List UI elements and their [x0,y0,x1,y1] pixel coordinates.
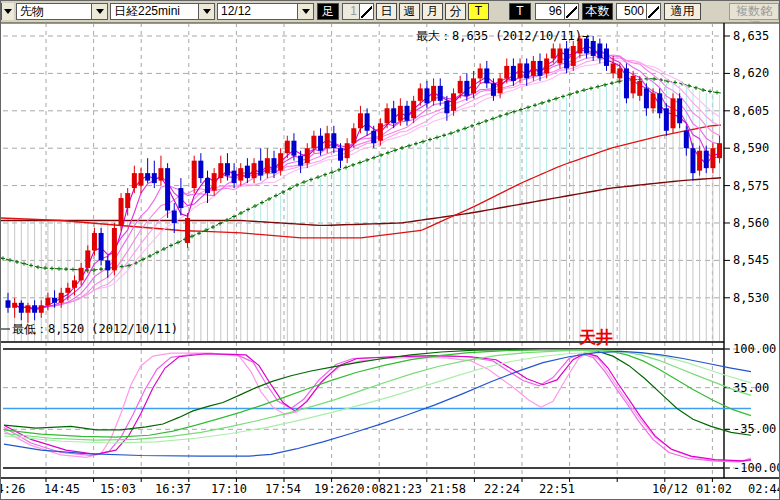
candle-up [218,163,223,178]
candle-down [145,173,150,180]
candle-up [398,106,403,121]
time-axis-label: 01:02 [696,482,732,496]
candle-up [471,78,476,93]
chart-background [1,23,780,500]
candle-up [637,81,642,96]
candle-down [99,233,104,260]
candle-up [710,148,715,168]
stepper-icon[interactable] [646,4,660,19]
symbol-dropdown[interactable] [198,4,214,19]
edge-combo-arrow[interactable] [1,3,14,20]
candle-down [664,108,669,130]
tick-count-stepper[interactable]: 96 [535,3,579,20]
contract-month-value: 12/12 [218,4,297,19]
candle-up [79,268,84,280]
candle-down [165,168,170,210]
time-axis-label: 22:24 [484,482,520,496]
chevron-down-icon [96,9,104,14]
candle-down [365,113,370,130]
osc-axis-label: 100.00 [733,342,776,356]
price-axis-label: 8,590 [733,141,769,155]
bar-count-value: 500 [617,4,646,19]
chevron-down-icon [203,9,211,14]
max-annotation: 最大：8,635 (2012/10/11)→ [416,29,589,43]
bar-type-button[interactable]: 足 [317,3,339,20]
stepper-icon[interactable] [359,4,373,19]
toolbar: 先物 日経225mini 12/12 足 1 日 週 月 分 T T 96 本数… [1,1,780,23]
period-day-button[interactable]: 日 [376,3,397,20]
candle-up [557,48,562,63]
osc-axis-label: 35.00 [733,381,769,395]
candle-up [139,173,144,185]
candle-down [198,161,203,178]
contract-month-combo[interactable]: 12/12 [217,3,314,20]
candle-up [85,250,90,267]
time-axis-label: 16:37 [155,482,191,496]
candle-down [684,131,689,148]
candle-up [358,113,363,128]
candle-up [611,63,616,73]
candle-up [451,93,456,110]
candle-up [631,76,636,93]
symbol-combo[interactable]: 日経225mini [110,3,215,20]
interval-value: 1 [343,4,359,19]
candle-up [65,288,70,293]
candle-up [378,123,383,140]
candle-down [318,136,323,151]
bar-count-mode-button[interactable]: 本数 [582,3,613,20]
candle-up [478,68,483,78]
chart-canvas[interactable]: 8,6358,6208,6058,5908,5758,5608,5458,530… [1,23,780,500]
stepper-icon[interactable] [564,4,578,19]
multi-symbol-button[interactable]: 複数銘柄 [729,3,779,20]
period-month-button[interactable]: 月 [422,3,443,20]
min-annotation: 最低：8,520 (2012/10/11) [12,322,178,336]
chevron-down-icon [4,9,12,14]
candle-down [232,171,237,183]
contract-month-dropdown[interactable] [297,4,313,19]
price-axis-label: 8,575 [733,179,769,193]
candle-down [32,305,37,312]
candle-up [305,148,310,163]
candle-down [657,93,662,113]
candle-down [690,148,695,173]
candle-down [371,131,376,143]
candle-up [192,161,197,188]
candle-up [39,305,44,312]
candle-up [25,305,30,312]
candle-up [531,61,536,76]
time-axis-label: 20:08 [350,482,386,496]
candle-up [125,193,130,208]
apply-button[interactable]: 適用 [664,3,701,20]
candle-down [52,298,57,303]
candle-down [438,86,443,101]
candle-up [185,218,190,243]
instrument-type-value: 先物 [17,4,91,19]
instrument-type-dropdown[interactable] [91,4,107,19]
time-axis-label: 14:45 [44,482,80,496]
candle-up [278,153,283,170]
candle-down [564,48,569,68]
candle-down [597,43,602,58]
bar-count-stepper[interactable]: 500 [616,3,661,20]
period-minute-button[interactable]: 分 [445,3,466,20]
candle-down [424,88,429,103]
instrument-type-combo[interactable]: 先物 [16,3,108,20]
candle-up [385,108,390,123]
candle-down [444,101,449,113]
candle-up [265,158,270,173]
price-axis-label: 8,605 [733,104,769,118]
candle-down [604,48,609,65]
time-axis-label: 17:54 [265,482,301,496]
candle-down [591,41,596,56]
time-axis-label: 21:58 [430,482,466,496]
candle-down [677,98,682,123]
candle-up [411,101,416,118]
time-axis-label: 17:10 [211,482,247,496]
tick-mode-button[interactable]: T [509,3,531,20]
period-tick-button[interactable]: T [468,3,489,20]
candle-down [205,178,210,193]
period-week-button[interactable]: 週 [399,3,420,20]
candle-down [624,68,629,98]
candle-down [538,61,543,76]
interval-stepper[interactable]: 1 [342,3,374,20]
